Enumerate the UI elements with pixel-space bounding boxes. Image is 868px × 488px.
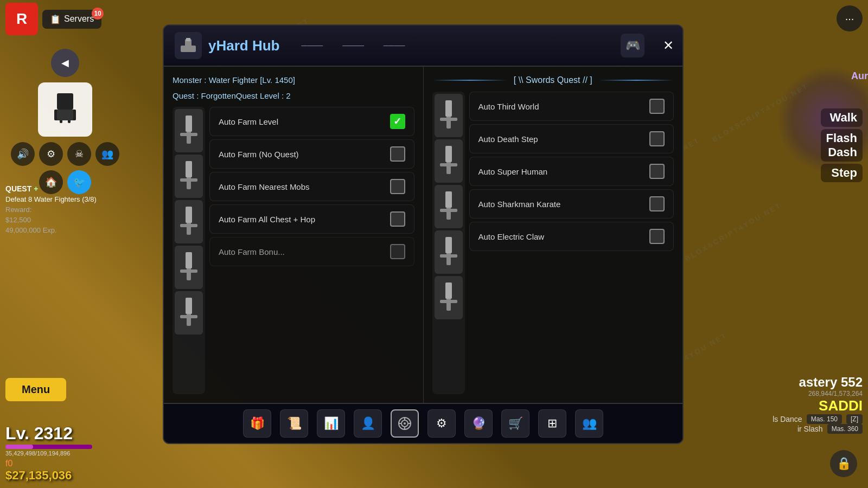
roblox-logo[interactable]: R (5, 3, 38, 35)
checkbox-auto-super-human[interactable] (649, 164, 665, 179)
back-button[interactable]: ◀ (51, 49, 79, 77)
player-stats: Lv. 2312 35,429,498/109,194,896 f0 $27,1… (5, 423, 92, 483)
feature-label: Auto Death Step (478, 134, 538, 144)
svg-rect-16 (180, 224, 197, 227)
toolbar-target-button[interactable] (391, 409, 419, 438)
exp-text: 35,429,498/109,194,896 (5, 450, 92, 457)
sidebar-right-icon-2[interactable] (435, 139, 463, 183)
sidebar-right-icon-4[interactable] (435, 230, 463, 274)
hub-tab-3[interactable]: ──── (379, 39, 410, 52)
feature-auto-farm-no-quest[interactable]: Auto Farm (No Quest) (209, 139, 414, 169)
mastery-badge-1: Mas. 150 (807, 414, 842, 424)
toolbar-cart-button[interactable]: 🛒 (501, 409, 529, 438)
toolbar-users-button[interactable]: 👥 (575, 409, 603, 438)
svg-rect-13 (180, 178, 197, 182)
feature-auto-sharkman-karate[interactable]: Auto Sharkman Karate (469, 189, 674, 219)
svg-rect-20 (186, 252, 192, 268)
checkbox-auto-third-world[interactable] (649, 99, 665, 114)
settings-icon[interactable]: ⚙ (39, 142, 63, 166)
feature-auto-electric-claw[interactable]: Auto Electric Claw (469, 222, 674, 251)
svg-point-41 (404, 422, 406, 425)
menu-button[interactable]: Menu (5, 378, 66, 401)
character-avatar (38, 82, 92, 137)
feature-auto-farm-nearest-mobs[interactable]: Auto Farm Nearest Mobs (209, 172, 414, 201)
feature-auto-super-human[interactable]: Auto Super Human (469, 157, 674, 186)
svg-rect-8 (186, 38, 190, 41)
toolbar-gear-button[interactable]: ⚙ (427, 409, 456, 438)
toolbar-orb-button[interactable]: 🔮 (464, 409, 493, 438)
svg-rect-26 (445, 100, 452, 117)
mastery-item-1: ls Dance Mas. 150 [Z] (773, 414, 863, 424)
quest-add-button[interactable]: + (34, 184, 38, 193)
walk-action[interactable]: Walk (821, 108, 863, 127)
hub-tabs: ──── ──── ──── (297, 39, 409, 52)
feature-items-left: Auto Farm Level Auto Farm (No Quest) Aut… (209, 107, 414, 394)
svg-rect-11 (186, 115, 192, 132)
svg-rect-32 (445, 191, 452, 208)
feature-auto-third-world[interactable]: Auto Third World (469, 92, 674, 121)
flash-dash-action[interactable]: FlashDash (821, 129, 863, 162)
sidebar-right-icon-5[interactable] (435, 276, 463, 319)
checkbox-auto-electric-claw[interactable] (649, 229, 665, 244)
checkbox-auto-sharkman-karate[interactable] (649, 196, 665, 211)
sound-icon[interactable]: 🔊 (11, 142, 35, 166)
svg-rect-38 (445, 282, 452, 299)
sidebar-icon-3[interactable] (175, 200, 203, 243)
checkbox-auto-farm-no-quest[interactable] (390, 146, 405, 162)
toolbar-grid-button[interactable]: ⊞ (538, 409, 566, 438)
feature-label: Auto Electric Claw (478, 232, 545, 241)
servers-button[interactable]: 📋 Servers 10 (42, 10, 101, 29)
svg-rect-34 (440, 254, 457, 258)
quest-reward-money: $12,500 (5, 216, 97, 224)
hub-toolbar: 🎁 📜 📊 👤 ⚙ 🔮 🛒 ⊞ 👥 (164, 403, 682, 443)
sidebar-right-icon-1[interactable] (435, 94, 463, 137)
feature-auto-farm-all-chest-hop[interactable]: Auto Farm All Chest + Hop (209, 204, 414, 234)
feature-auto-death-step[interactable]: Auto Death Step (469, 124, 674, 153)
quest-line-right (599, 80, 674, 81)
mastery-sub: 268,944/1,573,264 (773, 390, 863, 397)
svg-rect-35 (445, 237, 452, 253)
svg-rect-17 (186, 207, 192, 223)
feature-sidebar-left (173, 107, 205, 394)
checkbox-auto-farm-all-chest-hop[interactable] (390, 211, 405, 227)
checkbox-auto-farm-nearest-mobs[interactable] (390, 179, 405, 194)
hub-discord-icon[interactable]: 🎮 (621, 34, 644, 57)
hub-close-button[interactable]: ✕ (663, 38, 674, 53)
checkbox-auto-farm-bonus[interactable] (390, 244, 405, 259)
feature-list-left: Auto Farm Level Auto Farm (No Quest) Aut… (173, 107, 414, 394)
monster-info: Monster : Water Fighter [Lv. 1450] (173, 75, 414, 85)
quest-section-title: [ \\ Swords Quest // ] (514, 75, 592, 85)
svg-rect-31 (440, 209, 457, 212)
mastery-badge-2: Mas. 360 (827, 424, 863, 434)
sidebar-right-icon-3[interactable] (435, 185, 463, 228)
sidebar-icon-1[interactable] (175, 109, 203, 152)
feature-auto-farm-level[interactable]: Auto Farm Level (209, 107, 414, 136)
people-icon[interactable]: 👥 (95, 142, 119, 166)
toolbar-chest-button[interactable]: 🎁 (243, 409, 271, 438)
toolbar-scroll-button[interactable]: 📜 (280, 409, 308, 438)
notification-badge: 10 (92, 8, 104, 20)
sidebar-icon-5[interactable] (175, 291, 203, 335)
pirate-icon[interactable]: ☠ (67, 142, 91, 166)
svg-rect-0 (57, 93, 73, 110)
toolbar-chart-button[interactable]: 📊 (317, 409, 345, 438)
feature-auto-farm-bonus[interactable]: Auto Farm Bonu... (209, 237, 414, 266)
feature-list-right: Auto Third World Auto Death Step Auto Su… (432, 92, 674, 394)
hub-left-panel: Monster : Water Fighter [Lv. 1450] Quest… (164, 67, 424, 403)
server-label: Servers (64, 14, 94, 24)
sidebar-icon-2[interactable] (175, 155, 203, 198)
checkbox-auto-farm-level[interactable] (390, 114, 405, 129)
hub-tab-2[interactable]: ──── (338, 39, 368, 52)
mastery-title: astery 552 (773, 375, 863, 390)
player-money: $27,135,036 (5, 468, 92, 483)
server-list-icon: 📋 (50, 14, 61, 24)
step-action[interactable]: Step (821, 164, 863, 182)
hub-tab-1[interactable]: ──── (297, 39, 327, 52)
feature-label: Auto Super Human (478, 167, 548, 176)
svg-rect-22 (180, 315, 197, 318)
mastery-item-2: ir Slash Mas. 360 (773, 424, 863, 434)
toolbar-person-button[interactable]: 👤 (354, 409, 382, 438)
sidebar-icon-4[interactable] (175, 246, 203, 289)
exp-fill (5, 445, 33, 449)
checkbox-auto-death-step[interactable] (649, 131, 665, 146)
